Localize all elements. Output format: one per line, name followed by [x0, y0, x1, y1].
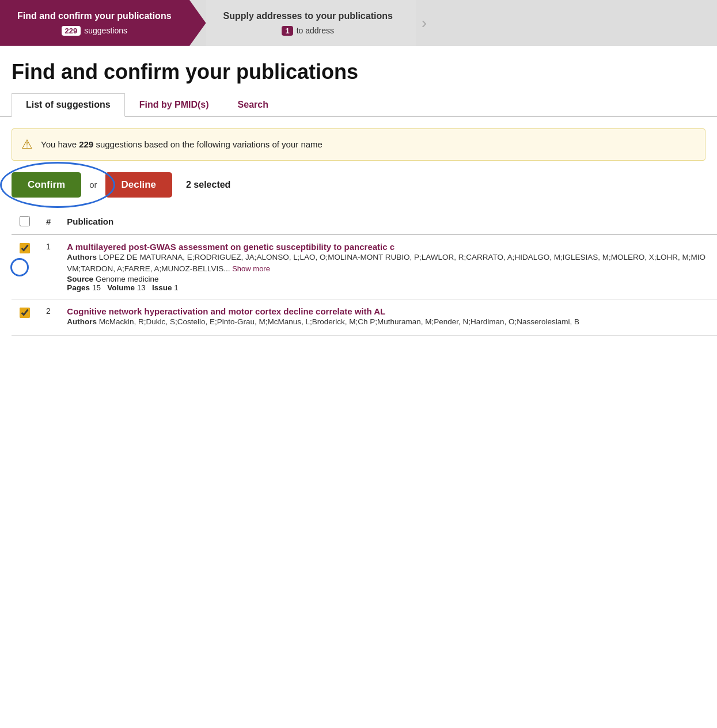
row-1-checkbox-cell — [12, 234, 38, 299]
wizard-chevron: › — [416, 0, 433, 46]
wizard-step-1-badge: 229 — [62, 26, 81, 36]
info-box: ⚠ You have 229 suggestions based on the … — [12, 128, 705, 161]
col-header-publication: Publication — [59, 209, 717, 234]
decline-button[interactable]: Decline — [105, 172, 172, 198]
row-2-authors-value: McMackin, R;Dukic, S;Costello, E;Pinto-G… — [99, 317, 579, 326]
wizard-step-1-title: Find and confirm your publications — [17, 10, 172, 22]
info-text: You have 229 suggestions based on the fo… — [41, 138, 323, 151]
row-1-show-more[interactable]: Show more — [232, 264, 270, 273]
tab-find-by-pmid[interactable]: Find by PMID(s) — [125, 93, 223, 116]
col-header-num: # — [38, 209, 59, 234]
row-2-checkbox-cell — [12, 299, 38, 335]
actions-row: Confirm or Decline 2 selected — [0, 161, 717, 209]
table-row: 2 Cognitive network hyperactivation and … — [12, 299, 717, 335]
row-1-volume-value: 13 — [137, 283, 146, 292]
select-all-checkbox[interactable] — [20, 216, 30, 226]
row-2-num: 2 — [38, 299, 59, 335]
row-2-authors: Authors McMackin, R;Dukic, S;Costello, E… — [67, 316, 709, 328]
warning-icon: ⚠ — [21, 137, 33, 152]
tab-list-of-suggestions[interactable]: List of suggestions — [12, 93, 125, 117]
wizard-step-2-badge-label: to address — [297, 26, 334, 35]
row-2-title[interactable]: Cognitive network hyperactivation and mo… — [67, 306, 709, 316]
row-1-meta: Pages 15 Volume 13 Issue 1 — [67, 283, 709, 292]
wizard-step-2-badge: 1 — [282, 26, 293, 36]
confirm-button[interactable]: Confirm — [12, 172, 81, 198]
wizard-step-1-badge-label: suggestions — [84, 26, 127, 35]
or-text: or — [89, 180, 97, 189]
table-row: 1 A multilayered post-GWAS assessment on… — [12, 234, 717, 299]
row-1-num: 1 — [38, 234, 59, 299]
row-2-publication: Cognitive network hyperactivation and mo… — [59, 299, 717, 335]
col-header-checkbox — [12, 209, 38, 234]
tab-search[interactable]: Search — [223, 93, 283, 116]
wizard-header: Find and confirm your publications 229 s… — [0, 0, 717, 46]
wizard-step-2[interactable]: Supply addresses to your publications 1 … — [206, 0, 416, 46]
info-prefix: You have — [41, 139, 79, 149]
tabs: List of suggestions Find by PMID(s) Sear… — [0, 93, 717, 117]
publications-table-wrapper: # Publication 1 A multilayered post-GWAS… — [0, 209, 717, 347]
wizard-step-2-title: Supply addresses to your publications — [223, 10, 393, 22]
info-suffix: suggestions based on the following varia… — [93, 139, 323, 149]
publications-table: # Publication 1 A multilayered post-GWAS… — [12, 209, 717, 336]
row-1-publication: A multilayered post-GWAS assessment on g… — [59, 234, 717, 299]
row-1-source-label: Source — [67, 275, 93, 283]
row-1-source: Source Genome medicine — [67, 275, 709, 283]
info-count: 229 — [79, 139, 93, 149]
row-1-authors-label: Authors — [67, 253, 97, 261]
page-title: Find and confirm your publications — [0, 46, 717, 93]
row-2-authors-label: Authors — [67, 317, 97, 326]
row-2-checkbox[interactable] — [20, 308, 30, 318]
row-1-issue-value: 1 — [174, 283, 179, 292]
row-1-pages-label: Pages — [67, 283, 90, 292]
wizard-step-1[interactable]: Find and confirm your publications 229 s… — [0, 0, 206, 46]
row-1-circle-highlight — [10, 258, 29, 276]
row-1-volume-label: Volume — [107, 283, 135, 292]
selected-count: 2 selected — [186, 180, 230, 190]
row-1-checkbox[interactable] — [20, 243, 30, 253]
row-1-source-value: Genome medicine — [96, 275, 159, 283]
row-1-authors-value: LOPEZ DE MATURANA, E;RODRIGUEZ, JA;ALONS… — [67, 253, 705, 273]
row-1-issue-label: Issue — [152, 283, 172, 292]
row-1-title[interactable]: A multilayered post-GWAS assessment on g… — [67, 242, 709, 252]
row-1-authors: Authors LOPEZ DE MATURANA, E;RODRIGUEZ, … — [67, 252, 709, 275]
row-1-pages-value: 15 — [92, 283, 101, 292]
